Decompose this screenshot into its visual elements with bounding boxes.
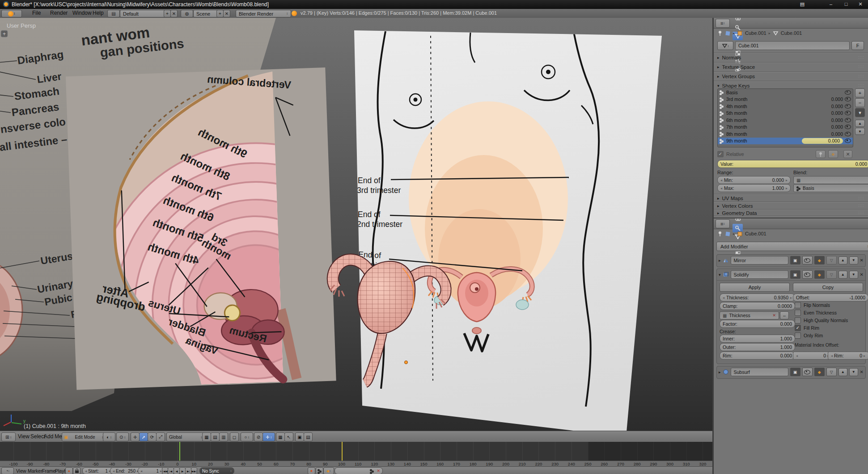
shapekey-value[interactable]: 0.000 — [802, 138, 843, 144]
shapekey-specials-menu[interactable]: ▾ — [855, 108, 865, 117]
eye-icon[interactable] — [845, 90, 851, 95]
shapekey-value[interactable]: 0.000 — [822, 96, 843, 102]
thickness-field[interactable]: ◂Thickness:0.9350▸ — [720, 294, 795, 302]
shape-key-row[interactable]: 7th month0.000 — [718, 124, 853, 131]
editor-type-selector[interactable]: ⊞ ↕ — [1, 432, 16, 441]
offset-field[interactable]: Offset:-1.0000 — [793, 294, 868, 302]
next-keyframe-button[interactable]: ▶| — [185, 467, 191, 474]
pin-icon[interactable] — [717, 231, 723, 236]
checkbox[interactable]: ✓ — [795, 325, 801, 331]
collapse-icon[interactable]: ▾ — [719, 273, 721, 277]
breadcrumb-object[interactable]: Cube.001 — [745, 30, 766, 36]
checkbox[interactable] — [795, 332, 801, 339]
maximize-button[interactable]: □ — [840, 1, 852, 8]
crease-rim-field[interactable]: Rim:0.000 — [720, 352, 795, 360]
timeline-editor-selector[interactable]: ◔ ↕ — [1, 467, 14, 474]
crease-outer-field[interactable]: Outer:1.000 — [720, 343, 795, 351]
checkbox-row-even-thickness[interactable]: Even Thickness — [795, 309, 866, 316]
timeline-strip[interactable] — [0, 442, 712, 461]
checkbox-row-high-quality-normals[interactable]: High Quality Normals — [795, 316, 866, 324]
checkbox[interactable] — [795, 302, 801, 308]
window-layout-icon[interactable]: ▤ — [796, 1, 808, 8]
range-min-field[interactable]: ◂Min:0.000▸ — [717, 176, 791, 184]
timeline-menu-view[interactable]: View — [16, 468, 26, 474]
shapekey-value[interactable]: 0.000 — [822, 124, 843, 130]
timeline-ruler[interactable]: -100-90-80-70-60-50-40-30-20-10010203040… — [0, 461, 712, 467]
current-frame-line[interactable] — [179, 442, 180, 461]
modifier-name-field[interactable]: Subsurf — [731, 368, 788, 376]
magnet-snap-toggle[interactable]: ⊘ — [254, 432, 263, 441]
sync-mode-dropdown[interactable]: No Sync↕ — [199, 467, 234, 474]
move-down-button[interactable]: ▼ — [849, 256, 858, 264]
view-menu-add[interactable]: Add — [44, 433, 53, 440]
factor-field[interactable]: Factor:0.000 — [720, 320, 795, 328]
material-offset-field[interactable]: ◂0▸ — [793, 352, 832, 360]
shape-key-row[interactable]: Basis — [718, 89, 853, 96]
checkbox-row-fill-rim[interactable]: ✓Fill Rim — [795, 324, 866, 331]
menu-window[interactable]: Window — [72, 10, 92, 16]
frame-start-field[interactable]: ◂Start:1▸ — [82, 467, 114, 474]
delete-modifier-icon[interactable]: ✕ — [860, 369, 864, 374]
rotate-manipulator-button[interactable]: ⟳ — [148, 432, 157, 441]
keyframe-marker[interactable] — [342, 442, 343, 461]
constraints-tab-icon[interactable] — [733, 18, 743, 23]
cursor-select-icon[interactable]: ↖ — [284, 432, 293, 441]
apply-button[interactable]: Apply — [720, 283, 790, 292]
screen-layout-field[interactable]: Default — [120, 10, 169, 17]
shape-key-row[interactable]: 8th month0.000 — [718, 130, 853, 138]
breadcrumb-object[interactable]: Cube.001 — [745, 231, 766, 236]
eye-toggle[interactable] — [802, 368, 813, 376]
constraints-tab-icon[interactable] — [733, 218, 743, 224]
auto-merge-button[interactable]: ▦ — [276, 432, 285, 441]
move-up-button[interactable]: ▲ — [838, 368, 847, 376]
info-editor-selector[interactable]: ↕ — [1, 10, 22, 17]
3d-viewport[interactable]: nant wom gan positions Diaphrag Liver St… — [0, 18, 712, 431]
menu-help[interactable]: Help — [93, 10, 104, 16]
blend-relative-key-field[interactable]: Basis — [793, 184, 868, 192]
view-menu-select[interactable]: Select — [30, 433, 45, 440]
id-type-icon-button[interactable]: ↕ — [717, 41, 733, 50]
transform-orientation-dropdown[interactable]: Global↕ — [166, 432, 205, 441]
edge-select-button[interactable]: ▤ — [211, 432, 220, 441]
scale-manipulator-button[interactable]: ⤢ — [156, 432, 165, 441]
close-button[interactable]: ✕ — [855, 1, 866, 8]
relative-checkbox[interactable]: ✓ — [717, 151, 724, 157]
panel-geometry-data[interactable]: ▸Geometry Data — [717, 210, 757, 216]
modifier-name-field[interactable]: Solidify — [731, 270, 788, 279]
move-up-button[interactable]: ▲ — [838, 256, 847, 264]
minimize-button[interactable]: – — [825, 1, 837, 8]
delete-modifier-icon[interactable]: ✕ — [860, 272, 864, 277]
record-button[interactable]: ● — [308, 467, 315, 474]
properties-editor-selector[interactable]: ≡ ↕ — [716, 19, 730, 28]
panel-normals[interactable]: ▸Normals — [717, 55, 741, 60]
keying-set-field[interactable]: ✕ — [334, 467, 383, 474]
editmode-toggle[interactable]: ◆ — [814, 256, 825, 264]
timeline-menu-marker[interactable]: Marker — [28, 468, 42, 474]
timeline-menu-frame[interactable]: Frame — [42, 468, 55, 474]
eye-icon[interactable] — [845, 111, 851, 115]
panel-texture-space[interactable]: ▸Texture Space — [717, 64, 755, 70]
vertex-select-button[interactable]: ▦ — [202, 432, 211, 441]
manipulator-axes-icon[interactable]: ✛ — [131, 432, 140, 441]
eye-icon[interactable] — [845, 104, 851, 109]
menu-render[interactable]: Render — [50, 10, 68, 16]
checkbox-row-only-rim[interactable]: Only Rim — [795, 331, 866, 339]
pivot-point-dropdown[interactable]: ⊙ ↕ — [116, 432, 129, 441]
add-modifier-dropdown[interactable]: Add Modifier↕ — [716, 242, 868, 251]
cage-toggle[interactable]: ▽ — [826, 256, 837, 264]
pin-icon[interactable] — [717, 30, 723, 36]
snap-element-dropdown[interactable]: ✛ ↕ — [263, 432, 275, 441]
delete-modifier-icon[interactable]: ✕ — [860, 258, 864, 263]
play-reverse-button[interactable]: ◀ — [174, 467, 180, 474]
editmode-toggle[interactable]: ◆ — [814, 270, 825, 279]
screen-layout-icon-button[interactable]: ▤ — [107, 10, 120, 17]
breadcrumb-data[interactable]: Cube.001 — [781, 30, 802, 36]
shape-key-row[interactable]: 9th month0.000 — [718, 138, 853, 145]
prev-keyframe-button[interactable]: |◀ — [168, 467, 174, 474]
clear-keyingset-icon[interactable]: ✕ — [377, 469, 380, 473]
opengl-render-button[interactable]: ▣ — [295, 432, 304, 441]
render-engine-dropdown[interactable]: Blender Render↕ — [236, 10, 291, 17]
play-button[interactable]: ▶ — [179, 467, 186, 474]
autokey-record-button[interactable]: ● — [65, 467, 73, 474]
lock-button[interactable] — [73, 467, 80, 474]
